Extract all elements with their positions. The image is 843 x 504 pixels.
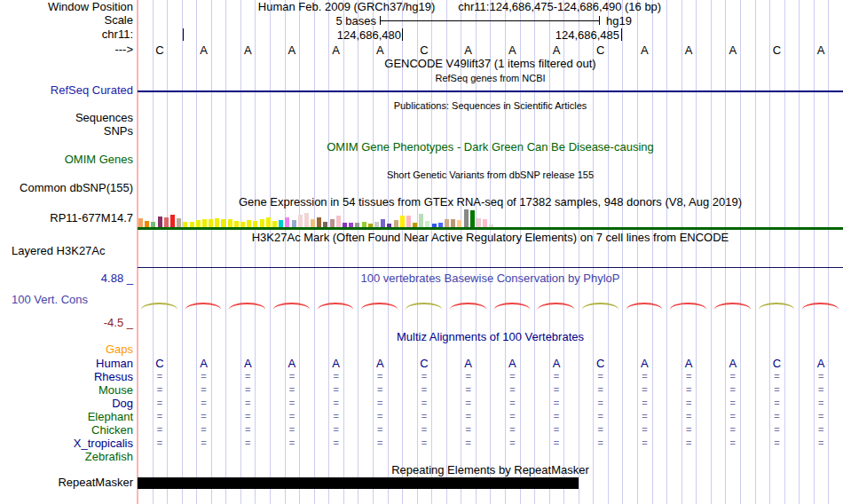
multiz-align-mark[interactable]: = (182, 370, 226, 383)
multiz-align-mark[interactable]: = (358, 410, 402, 423)
multiz-human-base[interactable]: A (270, 357, 314, 370)
gtex-tissue-bar[interactable] (279, 220, 283, 227)
multiz-human-base[interactable]: A (666, 357, 711, 370)
multiz-align-mark[interactable]: = (358, 423, 402, 437)
multiz-human-base[interactable]: C (402, 357, 446, 370)
multiz-human-base[interactable]: A (225, 357, 270, 370)
h3k27ac-track-title[interactable]: H3K27Ac Mark (Often Found Near Active Re… (138, 232, 843, 244)
gtex-tissue-bar[interactable] (394, 220, 398, 227)
multiz-align-mark[interactable]: = (666, 370, 711, 383)
repeatmasker-element-bar[interactable] (138, 477, 579, 489)
gtex-tissue-bar[interactable] (190, 222, 194, 227)
multiz-align-mark[interactable]: = (711, 397, 755, 410)
multiz-align-mark[interactable]: = (623, 410, 667, 423)
multiz-align-mark[interactable]: = (799, 410, 843, 423)
phylop-segment[interactable] (450, 303, 486, 310)
multiz-align-mark[interactable]: = (623, 383, 667, 397)
gtex-tissue-bar[interactable] (272, 221, 277, 227)
multiz-align-mark[interactable]: = (182, 423, 226, 437)
phylop-segment[interactable] (361, 303, 398, 310)
sequence-base[interactable]: A (182, 43, 226, 57)
phylop-segment[interactable] (318, 303, 354, 310)
conservation-track-title[interactable]: 100 vertebrates Basewise Conservation by… (138, 272, 843, 285)
gtex-tissue-bar[interactable] (253, 221, 257, 227)
sequence-base[interactable]: A (666, 43, 711, 57)
multiz-align-mark[interactable]: = (402, 397, 446, 410)
multiz-align-mark[interactable]: = (755, 370, 800, 383)
multiz-align-mark[interactable]: = (755, 437, 800, 450)
gtex-tissue-bar[interactable] (183, 222, 187, 227)
multiz-human-base[interactable]: C (755, 357, 800, 370)
phylop-segment[interactable] (626, 303, 663, 310)
gtex-tissue-bar[interactable] (406, 216, 411, 227)
multiz-align-mark[interactable]: = (138, 397, 182, 410)
h3k27ac-baseline[interactable] (138, 267, 843, 268)
gtex-tissue-bar[interactable] (445, 219, 449, 227)
multiz-track-title[interactable]: Multiz Alignments of 100 Vertebrates (138, 331, 843, 343)
multiz-align-mark[interactable]: = (182, 410, 226, 423)
gtex-tissue-bar[interactable] (483, 219, 487, 227)
sequence-base[interactable]: A (623, 43, 667, 57)
multiz-align-mark[interactable]: = (270, 437, 314, 450)
refseq-gene-line[interactable] (138, 91, 843, 92)
multiz-align-mark[interactable]: = (314, 423, 358, 437)
phylop-segment[interactable] (670, 303, 706, 310)
multiz-align-mark[interactable]: = (711, 410, 755, 423)
multiz-align-mark[interactable]: = (579, 437, 623, 450)
gtex-tissue-bar[interactable] (170, 215, 175, 227)
gtex-tissue-bar[interactable] (362, 222, 366, 227)
multiz-align-mark[interactable]: = (579, 397, 623, 410)
multiz-align-mark[interactable]: = (711, 423, 755, 437)
gtex-tissue-bar[interactable] (336, 216, 341, 227)
phylop-segment[interactable] (229, 303, 265, 310)
gtex-tissue-bar[interactable] (311, 219, 315, 227)
gtex-tissue-bar[interactable] (240, 222, 245, 227)
gtex-tissue-bar[interactable] (177, 218, 181, 227)
multiz-align-mark[interactable]: = (225, 370, 270, 383)
multiz-human-base[interactable]: A (358, 357, 402, 370)
phylop-segment[interactable] (759, 303, 795, 310)
gtex-track-title[interactable]: Gene Expression in 54 tissues from GTEx … (138, 196, 843, 209)
multiz-align-mark[interactable]: = (358, 397, 402, 410)
multiz-align-mark[interactable]: = (799, 383, 843, 397)
sequence-base[interactable]: A (225, 43, 270, 57)
gtex-tissue-bar[interactable] (464, 209, 469, 227)
multiz-align-mark[interactable]: = (138, 423, 182, 437)
multiz-align-mark[interactable]: = (623, 397, 667, 410)
multiz-align-mark[interactable]: = (446, 410, 491, 423)
gtex-tissue-bar[interactable] (196, 220, 201, 227)
phylop-segment[interactable] (802, 303, 839, 310)
sequence-base[interactable]: A (270, 43, 314, 57)
multiz-align-mark[interactable]: = (270, 410, 314, 423)
phylop-segment[interactable] (494, 303, 531, 310)
sequence-base[interactable]: C (579, 43, 623, 57)
multiz-align-mark[interactable]: = (755, 423, 800, 437)
gtex-tissue-bar[interactable] (413, 223, 417, 227)
multiz-align-mark[interactable]: = (666, 423, 711, 437)
multiz-align-mark[interactable]: = (446, 370, 491, 383)
multiz-align-mark[interactable]: = (799, 437, 843, 450)
multiz-align-mark[interactable]: = (666, 383, 711, 397)
multiz-align-mark[interactable]: = (182, 383, 226, 397)
gtex-tissue-bar[interactable] (343, 223, 347, 227)
sequence-base[interactable]: C (755, 43, 800, 57)
gtex-tissue-bar[interactable] (209, 219, 213, 227)
gtex-tissue-bar[interactable] (260, 219, 264, 227)
gtex-tissue-bar[interactable] (489, 224, 493, 227)
multiz-align-mark[interactable]: = (534, 423, 579, 437)
multiz-align-mark[interactable]: = (270, 370, 314, 383)
multiz-align-mark[interactable]: = (579, 383, 623, 397)
gtex-tissue-bar[interactable] (304, 213, 309, 227)
multiz-align-mark[interactable]: = (623, 437, 667, 450)
sequence-base[interactable]: C (138, 43, 182, 57)
gtex-gene-model-line[interactable] (138, 227, 843, 230)
multiz-human-base[interactable]: C (579, 357, 623, 370)
gtex-tissue-bar[interactable] (457, 220, 461, 227)
multiz-align-mark[interactable]: = (182, 437, 226, 450)
multiz-align-mark[interactable]: = (225, 397, 270, 410)
repeatmasker-track-title[interactable]: Repeating Elements by RepeatMasker (138, 464, 843, 476)
multiz-human-base[interactable]: A (711, 357, 755, 370)
multiz-align-mark[interactable]: = (491, 397, 535, 410)
multiz-align-mark[interactable]: = (182, 397, 226, 410)
multiz-human-base[interactable]: C (138, 357, 182, 370)
